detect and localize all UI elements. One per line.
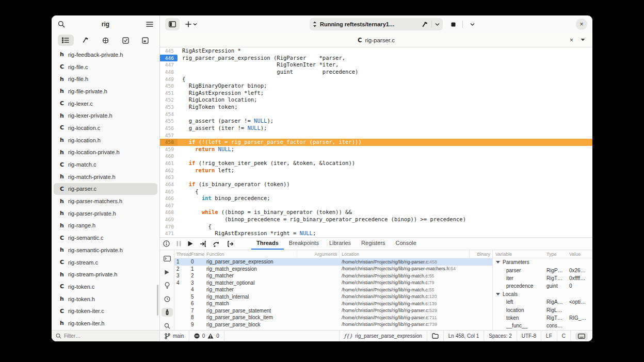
variable-group-parameters[interactable]: Parameters [493,258,592,266]
panel-tab-breakpoints[interactable]: Breakpoints [284,238,324,250]
file-item[interactable]: Crig-location.c [54,122,157,134]
file-item[interactable]: Crig-stream.c [54,256,157,269]
line-number[interactable]: 449 [160,76,178,83]
file-item[interactable]: Crig-lexer.c [54,97,157,110]
variable-row[interactable]: parserRigP…0x26… [493,266,592,274]
code-editor[interactable]: 445RigAstExpression *446rig_parser_parse… [160,47,592,237]
line-number[interactable]: 468 [160,209,178,216]
thread-frame-row[interactable]: 9rig_parser_parse_block/home/christian/P… [174,321,492,328]
panel-tab-libraries[interactable]: Libraries [324,238,356,250]
globe-icon[interactable] [98,35,114,46]
line-number[interactable]: 455 [160,118,178,125]
line-ending-setting[interactable]: LF [541,331,557,341]
step-out-icon[interactable] [227,241,234,247]
thread-frame-row[interactable]: 43rig_matcher_optional/home/christian/Pr… [174,279,492,287]
variable-row[interactable]: precedenceguint0 [493,282,592,290]
line-number[interactable]: 470 [160,223,178,231]
variable-row[interactable]: tokenRigT…RIG_… [493,314,592,322]
file-item[interactable]: hrig-location-private.h [54,146,157,159]
variable-row[interactable]: leftRigA…<opti… [493,298,592,306]
filter-input[interactable] [64,333,141,339]
cursor-position[interactable]: Ln 458, Col 1 [444,331,485,341]
panel-tab-console[interactable]: Console [391,238,422,250]
window-close-button[interactable]: × [576,19,587,30]
thread-frame-row[interactable]: 5rig_match_internal/home/christian/Proje… [174,293,492,301]
line-number[interactable]: 466 [160,195,178,202]
variable-row[interactable]: locationRigL… [493,306,592,314]
run-options-chevron-icon[interactable] [435,23,440,26]
line-number[interactable]: 465 [160,188,178,195]
thread-frame-row[interactable]: 8rig_parser_parse_block_item/home/christ… [174,314,492,321]
thread-frame-row[interactable]: 6rig_match/home/christian/Projects/rig/l… [174,300,492,307]
file-item[interactable]: Crig-token.c [54,281,157,293]
debugger-bug-icon[interactable] [162,308,173,317]
omnibar[interactable]: Running reftests/ternary1… [310,18,443,30]
file-item[interactable]: hrig-lexer-private.h [54,109,157,122]
line-number[interactable]: 464 [160,181,178,188]
branch-indicator[interactable]: main [160,331,189,341]
variable-row[interactable]: __func__cons… [493,322,592,330]
stop-options-chevron-icon[interactable] [465,18,479,30]
line-number[interactable]: 445 [160,47,178,55]
line-number[interactable]: 467 [160,202,178,209]
line-number[interactable]: 454 [160,111,178,118]
search-icon[interactable] [58,21,65,28]
current-symbol[interactable]: ƒ{} rig_parser_parse_expression [339,331,427,341]
breakpoint-line-number[interactable]: 446 [160,55,178,62]
panel-tab-threads[interactable]: Threads [251,238,284,250]
run-output-icon[interactable] [162,268,173,276]
line-number[interactable]: 462 [160,167,178,174]
thread-frame-row[interactable]: 32rig_matcher/home/christian/Projects/ri… [174,272,492,279]
file-item[interactable]: hrig-range.h [54,220,157,232]
file-item[interactable]: hrig-match-private.h [54,171,157,183]
sidebar-scrollbar[interactable] [157,285,158,316]
file-item[interactable]: hrig-parser-matchers.h [54,195,157,207]
todo-lightbulb-icon[interactable] [162,281,173,290]
variable-group-locals[interactable]: Locals [493,290,592,298]
file-item[interactable]: hrig-file-private.h [54,85,157,97]
tab-close-icon[interactable]: × [570,37,573,44]
documentation-icon[interactable] [137,35,153,46]
language-setting[interactable]: C [557,331,571,341]
file-item[interactable]: hrig-token-iter.h [54,317,157,330]
tests-check-icon[interactable] [118,35,134,46]
line-number[interactable]: 452 [160,96,178,104]
line-number[interactable]: 458 [160,139,178,146]
build-hammer-icon[interactable] [77,35,93,46]
step-over-icon[interactable] [213,241,220,247]
encoding-setting[interactable]: UTF-8 [517,331,541,341]
file-item[interactable]: Crig-file.c [54,61,157,73]
line-number[interactable]: 463 [160,174,178,181]
line-number[interactable]: 469 [160,216,178,223]
keyboard-toggle[interactable] [571,331,592,341]
thread-frame-row[interactable]: 7rig_parser_parse_statement/home/christi… [174,307,492,315]
terminal-icon[interactable] [162,254,173,263]
thread-frame-row[interactable]: 10rig_parser_parse_expression/home/chris… [174,258,492,266]
indentation-setting[interactable]: Spaces: 2 [484,331,517,341]
line-number[interactable]: 460 [160,153,178,160]
line-number[interactable]: 448 [160,69,178,76]
line-number[interactable]: 453 [160,104,178,111]
file-item[interactable]: Crig-semantic.c [54,232,157,244]
file-item[interactable]: hrig-semantic-private.h [54,244,157,256]
project-tree-icon[interactable] [58,35,74,46]
line-number[interactable]: 459 [160,146,178,153]
step-in-icon[interactable] [200,241,206,247]
file-item[interactable]: hrig-stream-private.h [54,268,157,281]
line-number[interactable]: 451 [160,90,178,97]
project-folder-button[interactable] [427,331,444,341]
toggle-sidebar-button[interactable] [165,18,180,30]
line-number[interactable]: 471 [160,230,178,237]
line-number[interactable]: 447 [160,61,178,69]
line-number[interactable]: 450 [160,83,178,90]
file-item[interactable]: hrig-location.h [54,134,157,146]
menu-icon[interactable] [146,21,153,27]
file-item[interactable]: Crig-parser.c [54,183,157,195]
pause-icon[interactable] [176,241,181,246]
continue-icon[interactable] [188,241,193,246]
file-item[interactable]: hrig-parser-private.h [54,207,157,220]
thread-frame-row[interactable]: 4rig_matcher/home/christian/Projects/rig… [174,286,492,293]
stop-button[interactable] [446,18,460,30]
file-item[interactable]: Crig-token-iter.c [54,305,157,317]
line-number[interactable]: 461 [160,160,178,167]
